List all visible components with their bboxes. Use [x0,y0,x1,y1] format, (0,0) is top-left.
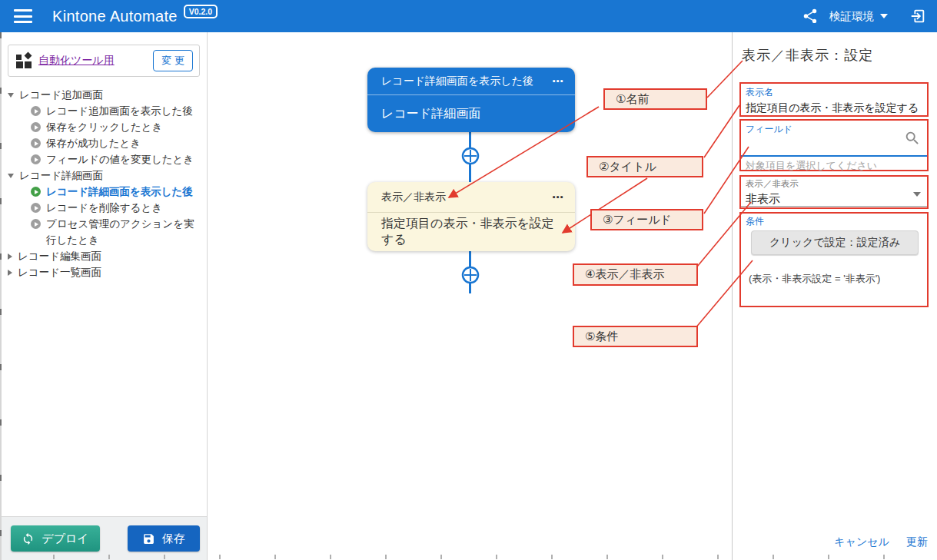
play-icon [31,203,41,213]
add-node-button[interactable] [460,146,480,166]
condition-group: 条件 クリックで設定：設定済み (表示・非表示設定 = '非表示') [739,212,929,307]
search-icon[interactable] [904,130,921,147]
play-icon [31,154,41,164]
app-title: Kintone Automate [52,8,178,25]
tree-item[interactable]: 保存をクリックしたとき [8,119,202,135]
environment-label: 検証環境 [829,9,874,24]
tree-group-record-edit[interactable]: レコード編集画面 [8,248,202,264]
triangle-right-icon [8,253,12,260]
tree-item-selected[interactable]: レコード詳細画面を表示した後 [8,184,202,200]
update-button[interactable]: 更新 [906,535,928,549]
annotation-field: ③フィールド [590,209,703,230]
trigger-node-subtitle: レコード詳細画面 [381,106,480,122]
tree-group-record-list[interactable]: レコード一覧画面 [8,264,202,280]
tree-item[interactable]: フィールドの値を変更したとき [8,151,202,167]
event-tree: レコード追加画面 レコード追加画面を表示した後 保存をクリックしたとき 保存が成… [8,87,202,280]
hamburger-icon[interactable] [14,9,32,23]
app-grid-icon [16,53,32,68]
display-name-field[interactable]: 表示名 指定項目の表示・非表示を設定する [739,82,929,117]
change-app-button[interactable]: 変 更 [153,50,193,71]
dropdown-caret-icon [913,192,921,197]
tree-item[interactable]: 保存が成功したとき [8,135,202,151]
tree-item[interactable]: プロセス管理のアクションを実行したとき [8,216,202,248]
settings-panel: 表示／非表示：設定 表示名 指定項目の表示・非表示を設定する フィールド 対象項… [732,32,937,560]
save-button[interactable]: 保存 [128,525,200,552]
add-node-button[interactable] [460,265,480,285]
node-menu-icon[interactable]: ⋯ [552,191,564,204]
app-selector-box: 自動化ツール用 変 更 [8,45,200,77]
tree-item[interactable]: レコード追加画面を表示した後 [8,103,202,119]
action-node-subtitle: 指定項目の表示・非表示を設定する [381,216,561,248]
tree-group-record-add[interactable]: レコード追加画面 [8,87,202,103]
tree-group-record-detail[interactable]: レコード詳細画面 [8,167,202,184]
play-icon [31,106,41,116]
play-icon [31,219,41,229]
triangle-right-icon [8,270,12,276]
annotation-condition: ⑤条件 [573,326,698,347]
triangle-down-icon [8,93,14,98]
sidebar: 自動化ツール用 変 更 レコード追加画面 レコード追加画面を表示した後 保存をク… [0,32,208,560]
trigger-node[interactable]: レコード詳細画面を表示した後 ⋯ レコード詳細画面 [367,68,575,132]
annotation-visibility: ④表示／非表示 [573,263,698,286]
annotation-title: ②タイトル [586,156,703,177]
kintone-automate-window: Kintone Automate V0.2.0 検証環境 自動化ツール用 変 更… [0,0,937,560]
triangle-down-icon [8,174,14,178]
panel-title: 表示／非表示：設定 [742,46,873,65]
header-bar: Kintone Automate V0.2.0 検証環境 [0,0,937,32]
environment-selector[interactable]: 検証環境 [829,9,888,24]
condition-set-button[interactable]: クリックで設定：設定済み [751,230,919,255]
field-selector[interactable]: フィールド 対象項目を選択してください [739,119,929,171]
annotation-name: ①名前 [603,88,707,110]
condition-expression: (表示・非表示設定 = '非表示') [749,272,880,286]
logout-icon[interactable] [909,8,926,25]
node-menu-icon[interactable]: ⋯ [552,75,564,88]
chevron-down-icon [880,14,888,18]
field-placeholder: 対象項目を選択してください [746,159,877,173]
tree-item[interactable]: レコードを削除するとき [8,200,202,216]
play-icon [31,138,41,148]
play-icon [31,187,41,197]
action-node[interactable]: 表示／非表示 ⋯ 指定項目の表示・非表示を設定する [367,182,575,251]
app-link[interactable]: 自動化ツール用 [38,54,115,68]
cancel-button[interactable]: キャンセル [834,535,889,549]
share-icon[interactable] [802,8,819,25]
floppy-icon [142,532,155,545]
version-badge: V0.2.0 [184,5,218,18]
deploy-button[interactable]: デプロイ [11,525,100,552]
sidebar-footer: デプロイ 保存 [0,516,207,560]
field-input-underline [741,155,927,157]
sync-icon [22,532,35,545]
play-icon [31,122,41,132]
visibility-select[interactable]: 表示／非表示 非表示 [739,175,929,209]
